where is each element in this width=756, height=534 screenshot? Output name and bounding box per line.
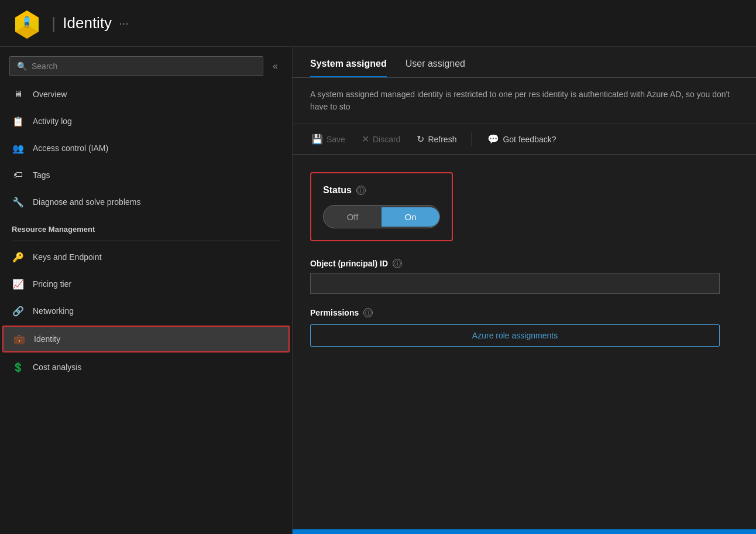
permissions-label-row: Permissions ⓘ bbox=[310, 308, 738, 317]
toggle-on-option[interactable]: On bbox=[382, 207, 439, 227]
search-icon: 🔍 bbox=[17, 61, 27, 71]
tab-user-assigned[interactable]: User assigned bbox=[406, 59, 465, 77]
search-placeholder: Search bbox=[32, 61, 57, 71]
feedback-icon: 💬 bbox=[487, 134, 499, 145]
save-icon: 💾 bbox=[311, 134, 323, 145]
cost-analysis-icon: 💲 bbox=[12, 361, 25, 374]
sidebar: 🔍 Search « 🖥 Overview 📋 Activity log 👥 A… bbox=[0, 47, 293, 534]
toolbar: 💾 Save ✕ Discard ↻ Refresh 💬 Got feedbac… bbox=[293, 124, 756, 155]
toggle-off-option[interactable]: Off bbox=[324, 207, 382, 227]
sidebar-item-activity-log-label: Activity log bbox=[33, 117, 72, 126]
activity-log-icon: 📋 bbox=[12, 115, 25, 128]
app-logo bbox=[12, 8, 42, 39]
diagnose-icon: 🔧 bbox=[12, 196, 25, 208]
object-id-label: Object (principal) ID bbox=[310, 259, 388, 268]
feedback-button[interactable]: 💬 Got feedback? bbox=[486, 131, 557, 147]
section-divider bbox=[12, 241, 280, 241]
access-control-icon: 👥 bbox=[12, 142, 25, 155]
header-divider: | bbox=[51, 14, 56, 33]
keys-endpoint-icon: 🔑 bbox=[12, 251, 25, 263]
permissions-label: Permissions bbox=[310, 308, 359, 317]
tags-icon: 🏷 bbox=[12, 169, 25, 182]
permissions-info-icon[interactable]: ⓘ bbox=[363, 308, 373, 317]
header: | Identity ··· bbox=[0, 0, 756, 47]
permissions-section: Permissions ⓘ Azure role assignments bbox=[310, 308, 738, 347]
sidebar-item-activity-log[interactable]: 📋 Activity log bbox=[0, 108, 292, 135]
sidebar-item-access-control[interactable]: 👥 Access control (IAM) bbox=[0, 135, 292, 162]
discard-button[interactable]: ✕ Discard bbox=[360, 131, 401, 147]
sidebar-item-identity[interactable]: 💼 Identity bbox=[2, 326, 290, 352]
sidebar-item-diagnose[interactable]: 🔧 Diagnose and solve problems bbox=[0, 189, 292, 215]
azure-role-assignments-button[interactable]: Azure role assignments bbox=[310, 324, 720, 347]
object-id-input[interactable] bbox=[310, 273, 720, 294]
sidebar-item-keys-endpoint[interactable]: 🔑 Keys and Endpoint bbox=[0, 244, 292, 271]
search-box[interactable]: 🔍 Search bbox=[9, 56, 263, 76]
status-toggle[interactable]: Off On bbox=[323, 205, 440, 228]
sidebar-item-access-control-label: Access control (IAM) bbox=[33, 143, 108, 153]
sidebar-item-cost-analysis-label: Cost analysis bbox=[33, 362, 81, 372]
sidebar-item-keys-endpoint-label: Keys and Endpoint bbox=[33, 252, 102, 262]
pricing-tier-icon: 📈 bbox=[12, 278, 25, 290]
toolbar-separator bbox=[472, 132, 472, 146]
sidebar-item-tags[interactable]: 🏷 Tags bbox=[0, 162, 292, 189]
save-button[interactable]: 💾 Save bbox=[310, 131, 346, 147]
collapse-button[interactable]: « bbox=[268, 59, 283, 74]
networking-icon: 🔗 bbox=[12, 304, 25, 317]
svg-point-5 bbox=[24, 17, 30, 23]
sidebar-item-tags-label: Tags bbox=[33, 170, 50, 180]
identity-icon: 💼 bbox=[13, 333, 26, 345]
sidebar-item-networking-label: Networking bbox=[33, 306, 74, 316]
refresh-button[interactable]: ↻ Refresh bbox=[415, 131, 458, 147]
sidebar-item-identity-label: Identity bbox=[34, 334, 60, 344]
description-text: A system assigned managed identity is re… bbox=[293, 78, 756, 124]
object-id-info-icon[interactable]: ⓘ bbox=[393, 259, 402, 268]
sidebar-item-overview-label: Overview bbox=[33, 90, 67, 99]
search-container: 🔍 Search « bbox=[0, 47, 292, 81]
status-label-row: Status ⓘ bbox=[323, 185, 440, 196]
sidebar-item-cost-analysis[interactable]: 💲 Cost analysis bbox=[0, 354, 292, 381]
tab-system-assigned[interactable]: System assigned bbox=[310, 59, 387, 77]
object-id-section: Object (principal) ID ⓘ bbox=[310, 259, 738, 294]
discard-icon: ✕ bbox=[362, 134, 369, 145]
bottom-accent-bar bbox=[293, 529, 756, 534]
page-title: Identity bbox=[63, 14, 112, 32]
sidebar-item-diagnose-label: Diagnose and solve problems bbox=[33, 197, 140, 207]
more-options-icon[interactable]: ··· bbox=[119, 16, 129, 30]
sidebar-item-overview[interactable]: 🖥 Overview bbox=[0, 81, 292, 108]
resource-management-header: Resource Management bbox=[0, 215, 292, 238]
status-section: Status ⓘ Off On bbox=[310, 172, 453, 241]
main-layout: 🔍 Search « 🖥 Overview 📋 Activity log 👥 A… bbox=[0, 47, 756, 534]
tabs-bar: System assigned User assigned bbox=[293, 47, 756, 78]
sidebar-item-pricing-tier-label: Pricing tier bbox=[33, 279, 71, 289]
refresh-icon: ↻ bbox=[417, 134, 424, 145]
content-panel: System assigned User assigned A system a… bbox=[293, 47, 756, 534]
status-label: Status bbox=[323, 185, 352, 196]
overview-icon: 🖥 bbox=[12, 88, 25, 101]
object-id-label-row: Object (principal) ID ⓘ bbox=[310, 259, 738, 268]
sidebar-item-networking[interactable]: 🔗 Networking bbox=[0, 297, 292, 324]
status-info-icon[interactable]: ⓘ bbox=[356, 186, 366, 195]
content-body: Status ⓘ Off On Object (principal) ID ⓘ bbox=[293, 155, 756, 378]
sidebar-item-pricing-tier[interactable]: 📈 Pricing tier bbox=[0, 271, 292, 297]
